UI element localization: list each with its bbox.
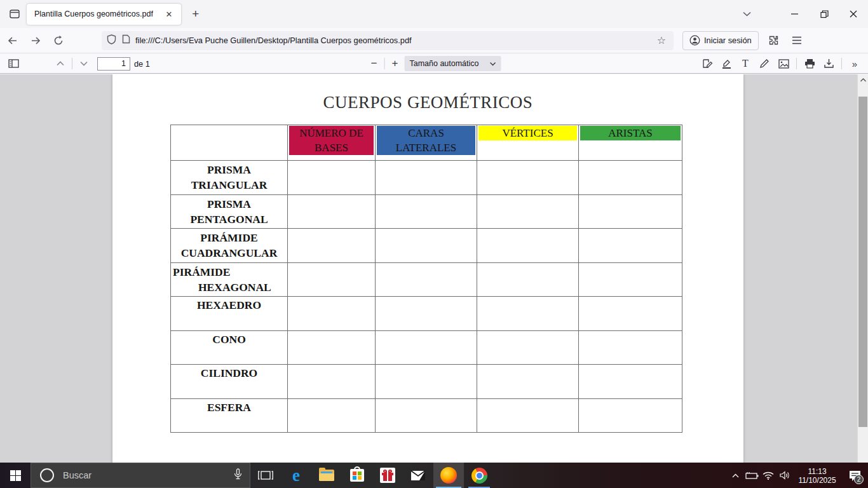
mic-icon[interactable] (234, 468, 242, 482)
tab-strip: Plantilla Cuerpos geométricos.pdf ✕ + (0, 0, 868, 28)
empty-cell (376, 365, 477, 399)
row-label: CILINDRO (171, 365, 288, 399)
previous-page-icon[interactable] (52, 55, 69, 72)
empty-cell (288, 297, 376, 331)
tab-active[interactable]: Plantilla Cuerpos geométricos.pdf ✕ (27, 4, 181, 25)
text-tool-icon[interactable]: T (737, 55, 754, 72)
save-icon[interactable] (820, 55, 837, 72)
print-icon[interactable] (801, 55, 818, 72)
empty-cell (376, 262, 477, 297)
more-tools-icon[interactable]: » (846, 55, 863, 72)
account-icon (689, 35, 700, 46)
row-label: PRISMAPENTAGONAL (171, 194, 288, 229)
table-row: PIRÁMIDECUADRANGULAR (171, 229, 682, 263)
empty-cell (376, 297, 477, 331)
clock[interactable]: 11:13 11/10/2025 (793, 466, 841, 485)
extensions-icon[interactable] (764, 31, 784, 50)
new-tab-button[interactable]: + (186, 4, 205, 24)
empty-cell (579, 161, 682, 195)
empty-cell (477, 194, 579, 229)
minimize-button[interactable] (780, 0, 810, 28)
edge-icon: e (292, 466, 300, 485)
wifi-icon[interactable] (760, 463, 776, 488)
taskbar-app-mail[interactable] (403, 463, 433, 488)
shield-icon[interactable] (107, 34, 116, 47)
table-row: CILINDRO (171, 365, 682, 399)
empty-cell (288, 398, 376, 433)
url-text[interactable]: file:///C:/Users/Eva Puche Guillen/Deskt… (135, 36, 654, 45)
vertical-scrollbar[interactable] (857, 74, 868, 463)
column-header-1: CARASLATERALES (376, 125, 477, 161)
firefox-view-icon[interactable] (5, 4, 24, 24)
empty-cell (477, 297, 579, 331)
worksheet-table: NÚMERO DEBASESCARASLATERALESVÉRTICESARIS… (170, 125, 682, 433)
taskbar-app-microsoft-store[interactable] (342, 463, 372, 488)
taskbar-app-firefox[interactable] (433, 463, 464, 488)
windows-logo-icon (10, 470, 21, 481)
empty-cell (579, 398, 682, 433)
table-body: PRISMATRIANGULARPRISMAPENTAGONALPIRÁMIDE… (171, 161, 682, 433)
empty-cell (579, 262, 682, 297)
taskbar-app-chrome[interactable] (464, 463, 494, 488)
row-label: PIRÁMIDEHEXAGONAL (171, 262, 288, 297)
volume-icon[interactable] (776, 463, 793, 488)
page-count-label: de 1 (134, 59, 150, 69)
zoom-in-icon[interactable]: + (388, 57, 402, 70)
next-page-icon[interactable] (76, 55, 92, 72)
tab-close-icon[interactable]: ✕ (162, 7, 176, 21)
zoom-select[interactable]: Tamaño automático (404, 56, 501, 71)
tray-time: 11:13 (793, 467, 841, 476)
close-button[interactable] (839, 0, 868, 28)
scrollbar-thumb[interactable] (858, 97, 867, 427)
table-row: PRISMAPENTAGONAL (171, 194, 682, 229)
scroll-up-icon[interactable] (858, 74, 868, 85)
empty-cell (376, 161, 477, 195)
tab-title: Plantilla Cuerpos geométricos.pdf (34, 10, 153, 18)
empty-cell (376, 229, 477, 263)
signin-button[interactable]: Iniciar sesión (682, 31, 759, 50)
task-view-button[interactable] (250, 463, 281, 488)
page-number-input[interactable] (97, 57, 130, 71)
restore-button[interactable] (810, 0, 839, 28)
bookmark-star-icon[interactable]: ☆ (654, 34, 668, 46)
corner-cell (171, 125, 288, 161)
menu-icon[interactable] (787, 31, 807, 50)
system-tray: 11:13 11/10/2025 2 (727, 463, 868, 488)
table-row: ESFERA (171, 398, 682, 433)
tray-date: 11/10/2025 (793, 476, 841, 485)
sidebar-toggle-icon[interactable] (5, 55, 22, 72)
document-title: CUERPOS GEOMÉTRICOS (112, 93, 743, 112)
taskbar-search[interactable]: Buscar (31, 463, 250, 488)
row-label: CONO (171, 330, 288, 365)
pdf-page: CUERPOS GEOMÉTRICOS NÚMERO DEBASESCARASL… (112, 74, 743, 463)
taskbar-app-file-explorer[interactable] (311, 463, 342, 488)
row-label: PRISMATRIANGULAR (171, 161, 288, 195)
battery-icon[interactable] (743, 463, 760, 488)
row-label: HEXAEDRO (171, 297, 288, 331)
empty-cell (288, 365, 376, 399)
notification-center-button[interactable]: 2 (841, 463, 868, 488)
add-image-tool-icon[interactable] (775, 55, 792, 72)
taskbar-app-edge[interactable]: e (281, 463, 311, 488)
taskbar-app-gift-app[interactable] (372, 463, 403, 488)
empty-cell (376, 330, 477, 365)
forward-icon[interactable] (25, 31, 46, 50)
empty-cell (376, 398, 477, 433)
zoom-out-icon[interactable]: − (367, 57, 381, 70)
draw-tool-icon[interactable] (756, 55, 773, 72)
start-button[interactable] (0, 463, 31, 488)
page-info-icon[interactable] (122, 34, 130, 46)
back-icon[interactable] (3, 31, 23, 50)
empty-cell (579, 194, 682, 229)
empty-cell (477, 161, 579, 195)
url-bar[interactable]: file:///C:/Users/Eva Puche Guillen/Deskt… (102, 31, 674, 50)
reload-icon[interactable] (48, 31, 69, 50)
chevron-down-icon (489, 62, 496, 66)
hidden-icons-chevron-icon[interactable] (727, 463, 743, 488)
column-header-2: VÉRTICES (477, 125, 579, 161)
empty-cell (477, 365, 579, 399)
signature-tool-icon[interactable] (699, 55, 715, 72)
empty-cell (579, 297, 682, 331)
list-tabs-chevron-icon[interactable] (736, 4, 757, 24)
highlight-tool-icon[interactable] (718, 55, 735, 72)
